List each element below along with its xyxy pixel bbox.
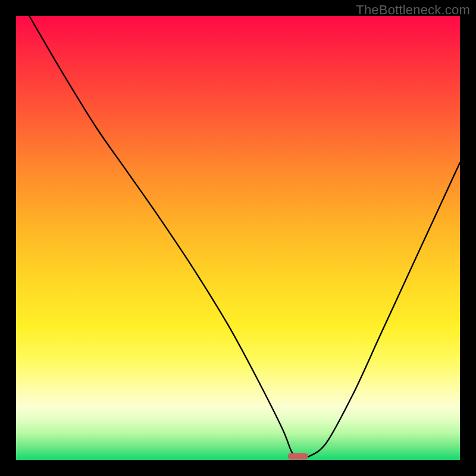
chart-frame: TheBottleneck.com xyxy=(0,0,476,476)
optimal-point-pill xyxy=(288,453,308,459)
chart-overlay xyxy=(16,16,460,460)
bottleneck-curve-line xyxy=(29,16,460,458)
